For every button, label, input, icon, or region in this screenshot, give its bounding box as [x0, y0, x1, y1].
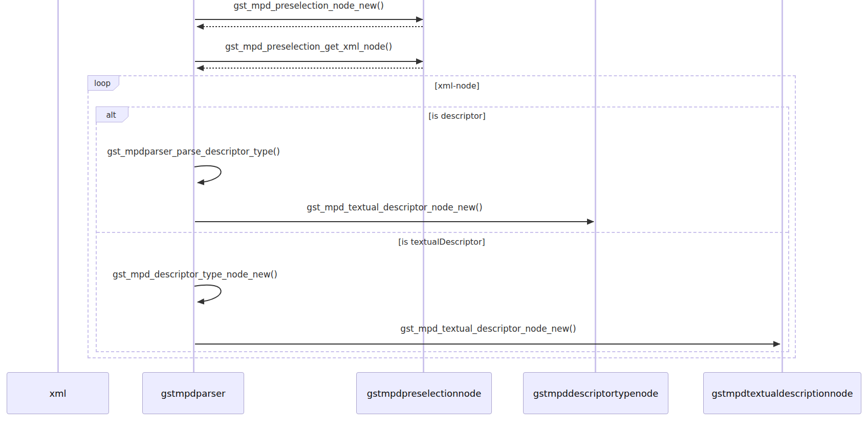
loop-condition-label: [xml-node]: [435, 80, 480, 91]
self-message-1-arrow: [194, 166, 221, 183]
self-message-1-label: gst_mpdparser_parse_descriptor_type(): [107, 146, 280, 157]
participant-label-gstmpddescriptortypenode: gstmpddescriptortypenode: [533, 388, 658, 399]
message-4-label: gst_mpd_textual_descriptor_node_new(): [307, 202, 482, 213]
participant-box-gstmpdpreselectionnode: gstmpdpreselectionnode: [356, 372, 492, 414]
participant-box-xml: xml: [7, 372, 109, 414]
message-2-label: gst_mpd_preselection_get_xml_node(): [225, 41, 392, 52]
self-message-2-label: gst_mpd_descriptor_type_node_new(): [113, 269, 277, 280]
self-message-2-arrow: [194, 285, 221, 302]
participant-label-xml: xml: [49, 388, 66, 399]
arrow-layer: [0, 0, 868, 429]
alt-label: alt: [106, 111, 116, 120]
message-6-label: gst_mpd_textual_descriptor_node_new(): [400, 324, 576, 334]
participant-label-gstmpdpreselectionnode: gstmpdpreselectionnode: [367, 388, 482, 399]
participant-box-gstmpddescriptortypenode: gstmpddescriptortypenode: [523, 372, 668, 414]
participant-label-gstmpdparser: gstmpdparser: [161, 388, 226, 399]
participant-label-gstmpdtextualdescriptionnode: gstmpdtextualdescriptionnode: [711, 388, 853, 399]
alt-condition-label: [is descriptor]: [428, 111, 485, 121]
message-1-label: gst_mpd_preselection_node_new(): [233, 1, 384, 11]
loop-label-tab: loop: [88, 75, 119, 91]
participant-box-gstmpdtextualdescriptionnode: gstmpdtextualdescriptionnode: [703, 372, 861, 414]
loop-label: loop: [94, 79, 111, 88]
alt-label-tab: alt: [96, 106, 128, 122]
alt-else-condition-label: [is textualDescriptor]: [398, 237, 485, 247]
participant-box-gstmpdparser: gstmpdparser: [142, 372, 244, 414]
sequence-diagram: loop alt gst_mpd_preselection_node_new()…: [0, 0, 868, 429]
